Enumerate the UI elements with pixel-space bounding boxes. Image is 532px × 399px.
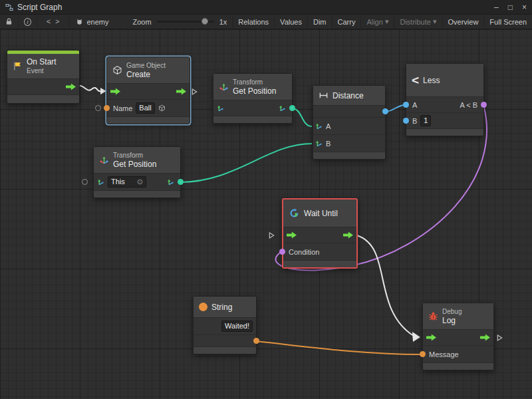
node-less[interactable]: < Less A A < B B 1: [406, 63, 484, 136]
wire-start-to-create[interactable]: [77, 86, 101, 92]
zoom-control: Zoom 1x: [128, 15, 233, 29]
less-icon: <: [412, 73, 419, 88]
vector3-port-icon[interactable]: [217, 104, 224, 112]
message-label: Message: [429, 350, 459, 358]
node-footer: [94, 191, 180, 198]
b-value-input[interactable]: 1: [420, 115, 431, 126]
graph-canvas[interactable]: On Start Event Game Object Create: [0, 29, 532, 399]
zoom-slider[interactable]: [157, 21, 214, 23]
node-on-start[interactable]: On Start Event: [7, 50, 80, 104]
overview-button[interactable]: Overview: [442, 15, 484, 29]
node-debug-log[interactable]: Debug Log Message: [422, 303, 494, 370]
zoom-slider-handle[interactable]: [201, 18, 208, 25]
port-row: [107, 84, 190, 100]
fullscreen-button[interactable]: Full Screen: [483, 15, 532, 29]
result-label: A < B: [460, 101, 477, 109]
minimize-button[interactable]: –: [494, 1, 499, 14]
distribute-dropdown[interactable]: Distribute ▾: [394, 15, 442, 29]
info-button[interactable]: i: [18, 15, 37, 29]
unconnected-port-indicator[interactable]: [82, 179, 88, 185]
dim-button[interactable]: Dim: [307, 15, 332, 29]
node-category: Debug: [442, 307, 462, 316]
string-out-port[interactable]: [253, 338, 259, 344]
node-get-position-2[interactable]: Transform Get Position This ⊙: [93, 146, 181, 198]
b-value: 1: [424, 116, 428, 126]
flow-out-port[interactable]: [343, 231, 353, 239]
align-dropdown[interactable]: Align ▾: [360, 15, 394, 29]
string-value-input[interactable]: Waited!: [221, 321, 253, 332]
code-view-button[interactable]: < >: [37, 15, 68, 29]
node-header: Transform Get Position: [94, 147, 180, 174]
string-value: Waited!: [225, 321, 249, 331]
node-header: Game Object Create: [107, 57, 190, 84]
distance-out-port[interactable]: [382, 108, 388, 114]
a-in-port[interactable]: [403, 102, 409, 108]
node-footer: [313, 152, 385, 159]
flow-out-port[interactable]: [66, 83, 76, 90]
target-input[interactable]: This ⊙: [108, 176, 146, 188]
node-header: On Start Event: [7, 54, 79, 79]
node-distance[interactable]: Distance A: [313, 85, 386, 160]
lock-button[interactable]: [0, 15, 18, 29]
node-title: Create: [126, 70, 166, 79]
condition-port[interactable]: [279, 249, 285, 255]
port-row: Name Ball: [107, 100, 190, 117]
maximize-button[interactable]: □: [508, 1, 513, 14]
node-title: Get Position: [233, 86, 276, 96]
condition-label: Condition: [289, 248, 319, 256]
flow-out-port[interactable]: [176, 88, 186, 95]
result-out-port[interactable]: [481, 102, 487, 108]
port-a-label: A: [326, 122, 331, 130]
flow-in-port[interactable]: [426, 334, 436, 341]
node-footer: [423, 363, 493, 370]
port-row: Waited!: [194, 318, 256, 335]
node-header: < Less: [406, 64, 483, 97]
node-header: Debug Log: [423, 303, 493, 330]
node-wait-until[interactable]: Wait Until Condition: [282, 198, 358, 269]
port-row: A: [313, 118, 385, 135]
values-label: Values: [280, 18, 302, 26]
node-category: Game Object: [126, 61, 166, 70]
b-in-port[interactable]: [403, 118, 409, 124]
message-port[interactable]: [420, 351, 426, 357]
carry-button[interactable]: Carry: [332, 15, 361, 29]
flow-out-port[interactable]: [480, 334, 490, 341]
wire-getposition2-to-distance-b[interactable]: [180, 144, 312, 182]
vector3-port-icon[interactable]: [315, 140, 323, 147]
node-title: Get Position: [113, 160, 156, 169]
node-get-position-1[interactable]: Transform Get Position: [213, 73, 293, 124]
port-row: This ⊙: [94, 174, 180, 191]
values-button[interactable]: Values: [274, 15, 307, 29]
fullscreen-label: Full Screen: [489, 18, 527, 26]
wire-string-to-message[interactable]: [256, 341, 420, 354]
node-footer: [107, 117, 190, 124]
position-out-port[interactable]: [289, 105, 295, 111]
wire-arrowhead: [412, 332, 420, 342]
unconnected-port-indicator[interactable]: [95, 105, 101, 111]
vector3-port-icon[interactable]: [279, 104, 286, 112]
transform-icon: [219, 82, 229, 92]
distance-icon: [319, 90, 329, 100]
close-button[interactable]: ×: [522, 1, 527, 14]
position-out-port[interactable]: [178, 179, 184, 185]
node-string[interactable]: String Waited!: [193, 296, 257, 354]
relations-button[interactable]: Relations: [232, 15, 274, 29]
context-chip[interactable]: enemy: [68, 15, 115, 29]
port-row: Condition: [283, 243, 356, 261]
relations-label: Relations: [238, 18, 269, 26]
vector3-port-icon[interactable]: [167, 178, 174, 186]
wire-getposition1-to-distance-a[interactable]: [292, 108, 312, 126]
node-create-game-object[interactable]: Game Object Create Name Ball: [106, 57, 190, 124]
name-input[interactable]: Ball: [136, 102, 154, 114]
flow-in-port[interactable]: [110, 88, 120, 95]
target-picker-icon[interactable]: ⊙: [137, 177, 143, 187]
name-port[interactable]: [104, 105, 110, 111]
node-header: String: [194, 297, 256, 318]
flow-in-port[interactable]: [287, 231, 297, 239]
vector3-port-icon[interactable]: [315, 122, 323, 130]
node-title: Wait Until: [304, 209, 338, 218]
carry-label: Carry: [338, 18, 356, 26]
vector3-port-icon[interactable]: [97, 178, 104, 186]
node-footer: [194, 347, 256, 354]
wire-waituntil-to-debuglog[interactable]: [357, 235, 414, 336]
